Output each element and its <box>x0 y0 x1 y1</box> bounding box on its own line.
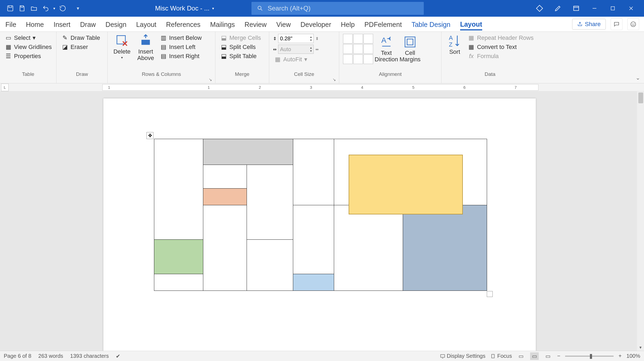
char-count[interactable]: 1393 characters <box>70 353 109 359</box>
document-table[interactable] <box>154 139 487 291</box>
yellow-shape[interactable] <box>349 155 463 214</box>
table-cell[interactable] <box>154 139 203 240</box>
repeat-header-rows-button[interactable]: ▦Repeat Header Rows <box>467 34 535 42</box>
table-cell[interactable] <box>293 139 334 205</box>
cell-margins-button[interactable]: Cell Margins <box>400 35 421 63</box>
tab-review[interactable]: Review <box>244 18 267 30</box>
delete-button[interactable]: Delete ▾ <box>111 34 132 59</box>
split-table-button[interactable]: ⬓Split Table <box>219 52 262 60</box>
distribute-columns-icon[interactable]: ⬌ <box>315 47 319 52</box>
redo-icon[interactable] <box>58 4 67 13</box>
open-icon[interactable] <box>30 4 38 13</box>
zoom-slider-thumb[interactable] <box>590 354 592 359</box>
display-settings-button[interactable]: Display Settings <box>440 353 485 359</box>
insert-below-button[interactable]: ▥Insert Below <box>159 34 203 42</box>
vertical-scrollbar[interactable]: ▴ ▾ <box>637 91 644 351</box>
row-height-field[interactable] <box>280 36 299 42</box>
align-middle-center[interactable] <box>353 44 363 54</box>
tab-layout[interactable]: Layout <box>136 18 156 30</box>
table-cell[interactable] <box>154 240 203 274</box>
spellcheck-icon[interactable]: ✔ <box>116 353 120 359</box>
print-layout-button[interactable]: ▭ <box>530 352 539 360</box>
column-width-input[interactable]: ▴▾ <box>278 45 314 54</box>
close-button[interactable] <box>626 3 636 14</box>
page-indicator[interactable]: Page 6 of 8 <box>4 353 31 359</box>
search-box[interactable]: Search (Alt+Q) <box>251 2 424 15</box>
sort-button[interactable]: AZ Sort <box>445 34 464 55</box>
collapse-ribbon-button[interactable]: ⌄ <box>636 75 640 81</box>
split-cells-button[interactable]: ⬓Split Cells <box>219 43 262 51</box>
align-bottom-right[interactable] <box>363 54 373 64</box>
table-cell[interactable] <box>203 189 247 205</box>
focus-button[interactable]: Focus <box>490 353 512 359</box>
tab-design[interactable]: Design <box>106 18 127 30</box>
tab-draw[interactable]: Draw <box>80 18 96 30</box>
tab-mailings[interactable]: Mailings <box>210 18 235 30</box>
page[interactable]: ✥ <box>103 98 536 351</box>
autosave-icon[interactable] <box>6 4 15 13</box>
draw-table-button[interactable]: ✎Draw Table <box>60 34 101 42</box>
tab-selector[interactable]: L <box>1 84 9 91</box>
zoom-in-button[interactable]: + <box>618 353 622 359</box>
align-bottom-left[interactable] <box>343 54 353 64</box>
zoom-out-button[interactable]: − <box>557 353 560 359</box>
diamond-icon[interactable] <box>534 3 545 14</box>
table-cell[interactable] <box>203 139 293 165</box>
table-cell[interactable] <box>293 274 334 291</box>
table-cell[interactable] <box>247 165 293 240</box>
dialog-launcher-cell-size[interactable]: ↘ <box>332 77 337 82</box>
align-bottom-center[interactable] <box>353 54 363 64</box>
comments-button[interactable] <box>611 18 622 30</box>
table-move-handle[interactable]: ✥ <box>146 132 153 139</box>
word-count[interactable]: 263 words <box>38 353 63 359</box>
align-top-center[interactable] <box>353 34 363 44</box>
table-cell[interactable] <box>154 274 203 291</box>
web-layout-button[interactable]: ▭ <box>544 352 552 360</box>
undo-dropdown-icon[interactable]: ▾ <box>53 6 55 10</box>
zoom-level[interactable]: 100% <box>626 353 640 359</box>
row-height-input[interactable]: ▴▾ <box>278 34 314 43</box>
save-icon[interactable] <box>18 4 26 13</box>
convert-to-text-button[interactable]: ▦Convert to Text <box>467 43 535 51</box>
scroll-thumb[interactable] <box>638 93 643 103</box>
tab-file[interactable]: File <box>5 18 16 30</box>
insert-left-button[interactable]: ▤Insert Left <box>159 43 203 51</box>
minimize-button[interactable] <box>589 3 600 14</box>
read-mode-button[interactable]: ▭ <box>517 352 525 360</box>
tab-references[interactable]: References <box>166 18 201 30</box>
tab-table-layout[interactable]: Layout <box>460 18 482 30</box>
table-cell[interactable] <box>334 205 403 291</box>
text-direction-button[interactable]: A Text Direction <box>376 35 397 63</box>
table-cell[interactable] <box>247 240 293 291</box>
share-button[interactable]: Share <box>572 19 606 30</box>
merge-cells-button[interactable]: ⬓Merge Cells <box>219 34 262 42</box>
tab-insert[interactable]: Insert <box>54 18 71 30</box>
table-cell[interactable] <box>334 139 487 205</box>
tab-help[interactable]: Help <box>341 18 355 30</box>
align-middle-left[interactable] <box>343 44 353 54</box>
table-cell[interactable] <box>203 165 247 189</box>
properties-button[interactable]: ☰Properties <box>4 52 53 60</box>
tab-table-design[interactable]: Table Design <box>411 18 450 30</box>
zoom-slider[interactable] <box>565 356 614 357</box>
formula-button[interactable]: fxFormula <box>467 52 535 60</box>
tab-view[interactable]: View <box>276 18 291 30</box>
undo-icon[interactable] <box>41 4 50 13</box>
align-middle-right[interactable] <box>363 44 373 54</box>
dialog-launcher-rows-columns[interactable]: ↘ <box>209 77 214 82</box>
table-cell[interactable] <box>293 205 334 274</box>
tab-home[interactable]: Home <box>26 18 44 30</box>
horizontal-ruler[interactable]: 1 1 2 3 4 5 6 7 <box>102 84 538 91</box>
qat-customize-icon[interactable]: ▾ <box>77 5 79 11</box>
column-width-spinner[interactable]: ▴▾ <box>310 46 312 52</box>
align-top-right[interactable] <box>363 34 373 44</box>
insert-above-button[interactable]: Insert Above <box>135 34 156 61</box>
eraser-button[interactable]: ◪Eraser <box>60 43 101 51</box>
row-height-spinner[interactable]: ▴▾ <box>310 35 312 42</box>
insert-right-button[interactable]: ▤Insert Right <box>159 52 203 60</box>
maximize-button[interactable] <box>607 3 618 14</box>
feedback-button[interactable] <box>627 18 639 30</box>
document-title-dropdown-icon[interactable]: ▾ <box>212 6 214 10</box>
pen-icon[interactable] <box>552 3 563 14</box>
scroll-down-button[interactable]: ▾ <box>637 344 644 351</box>
